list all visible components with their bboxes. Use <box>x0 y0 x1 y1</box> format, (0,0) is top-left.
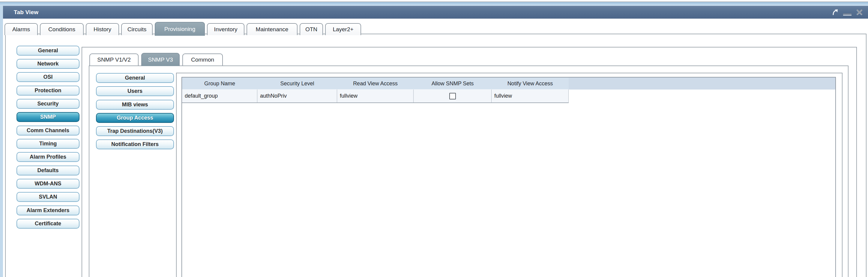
table-row[interactable]: default_group authNoPriv fullview fullvi… <box>182 89 569 103</box>
sidebar-item-svlan[interactable]: SVLAN <box>17 192 80 202</box>
tab-snmp-v3[interactable]: SNMP V3 <box>141 53 180 66</box>
tab-alarms[interactable]: Alarms <box>4 23 38 35</box>
tab-common[interactable]: Common <box>182 54 223 65</box>
sidebar-item-protection[interactable]: Protection <box>17 86 80 95</box>
snmp-tab-bar: SNMP V1/V2 SNMP V3 Common <box>89 52 223 65</box>
tab-maintenance[interactable]: Maintenance <box>247 23 298 35</box>
tab-snmp-v1v2[interactable]: SNMP V1/V2 <box>89 54 138 65</box>
main-tab-bar: Alarms Conditions History Circuits Provi… <box>4 22 361 35</box>
cell-security-level[interactable]: authNoPriv <box>257 89 337 103</box>
sidebar-item-snmp[interactable]: SNMP <box>17 112 80 122</box>
snmpv3-item-trap-destinations[interactable]: Trap Destinations(V3) <box>96 126 174 136</box>
desktop-top-strip <box>0 0 868 2</box>
tab-layer2[interactable]: Layer2+ <box>325 23 361 35</box>
sidebar-item-security[interactable]: Security <box>17 99 80 109</box>
tab-view-window: Tab View ✕ Alarms Conditions History Cir… <box>3 6 868 277</box>
tab-provisioning[interactable]: Provisioning <box>155 22 205 36</box>
sidebar-item-osi[interactable]: OSI <box>17 72 80 82</box>
sidebar-item-alarm-profiles[interactable]: Alarm Profiles <box>17 152 80 162</box>
column-header-security-level[interactable]: Security Level <box>257 78 337 89</box>
table-header-filler <box>569 78 835 89</box>
table-header-row: Group Name Security Level Read View Acce… <box>182 78 835 89</box>
snmpv3-item-group-access[interactable]: Group Access <box>96 113 174 123</box>
window-titlebar[interactable]: Tab View ✕ <box>3 6 868 19</box>
tab-circuits[interactable]: Circuits <box>121 23 153 35</box>
window-title: Tab View <box>14 6 38 19</box>
tab-inventory[interactable]: Inventory <box>207 23 244 35</box>
sidebar-item-network[interactable]: Network <box>17 59 80 69</box>
column-header-allow-snmp-sets[interactable]: Allow SNMP Sets <box>413 78 492 89</box>
window-controls: ✕ <box>832 6 863 19</box>
close-icon[interactable]: ✕ <box>856 6 863 19</box>
snmpv3-item-notification-filters[interactable]: Notification Filters <box>96 139 174 149</box>
sidebar-item-alarm-extenders[interactable]: Alarm Extenders <box>17 205 80 215</box>
snmpv3-item-general[interactable]: General <box>96 73 174 83</box>
cell-notify-view-access[interactable]: fullview <box>492 89 569 103</box>
sidebar-item-wdm-ans[interactable]: WDM-ANS <box>17 179 80 189</box>
allow-snmp-sets-checkbox[interactable] <box>449 93 456 100</box>
tab-history[interactable]: History <box>86 23 119 35</box>
tab-conditions[interactable]: Conditions <box>40 23 84 35</box>
cell-allow-snmp-sets <box>413 89 492 103</box>
cell-group-name[interactable]: default_group <box>182 89 257 103</box>
sidebar-item-comm-channels[interactable]: Comm Channels <box>17 126 80 136</box>
snmpv3-item-users[interactable]: Users <box>96 86 174 96</box>
minimize-icon[interactable] <box>843 13 851 16</box>
desktop-background-strip <box>0 2 868 6</box>
tab-otn[interactable]: OTN <box>300 23 323 35</box>
sidebar-item-timing[interactable]: Timing <box>17 139 80 149</box>
cell-read-view-access[interactable]: fullview <box>337 89 413 103</box>
sidebar-item-general[interactable]: General <box>17 46 80 56</box>
sidebar-item-defaults[interactable]: Defaults <box>17 166 80 175</box>
float-arrow-icon[interactable] <box>832 8 839 16</box>
column-header-group-name[interactable]: Group Name <box>182 78 257 89</box>
column-header-read-view-access[interactable]: Read View Access <box>337 78 413 89</box>
group-access-table-scrollpane: Group Name Security Level Read View Acce… <box>182 77 836 277</box>
snmpv3-item-mib-views[interactable]: MIB views <box>96 100 174 110</box>
column-header-notify-view-access[interactable]: Notify View Access <box>492 78 569 89</box>
sidebar-item-certificate[interactable]: Certificate <box>17 219 80 229</box>
